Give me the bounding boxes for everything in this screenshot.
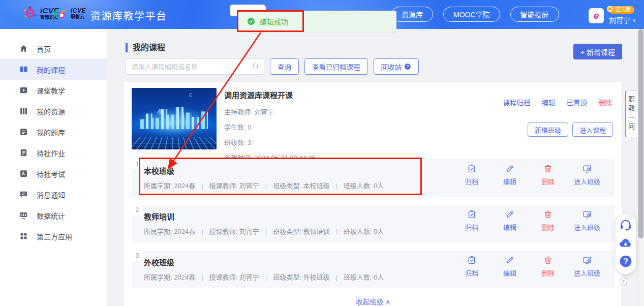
apps-icon — [19, 232, 28, 240]
sidebar-item-1[interactable]: 我的课程 — [0, 59, 107, 80]
toolbar: 查询 查看已归档课程 回收站 ? — [125, 58, 419, 75]
course-link-3[interactable]: 删除 — [598, 97, 612, 107]
class-name[interactable]: 本校班级 — [144, 165, 174, 176]
class-meta-part: 所属学期: 2024春 — [144, 228, 195, 235]
edit-action[interactable]: 编辑 — [498, 256, 522, 278]
course-search-input[interactable] — [125, 58, 264, 75]
header-nav-pill[interactable]: 智能投屏 — [510, 7, 559, 22]
course-link-0[interactable]: 课程归档 — [503, 97, 531, 107]
logo-brand-text: iCVE — [71, 8, 86, 14]
sidebar-item-label: 第三方应用 — [37, 231, 72, 241]
search-icon — [252, 63, 260, 72]
medal-icon — [606, 5, 614, 13]
class-row-2: 3外校班级所属学期: 2024春|授课教师: 刘宵宁|班级类型: 外校班级|班级… — [132, 251, 615, 288]
help-button[interactable]: ? — [619, 256, 633, 269]
exam-icon — [19, 169, 28, 178]
customer-service-button[interactable] — [619, 219, 633, 232]
course-student-count: 学生数: 0 — [224, 122, 316, 132]
sidebar-item-7[interactable]: 消息通知 — [0, 184, 107, 205]
collapse-classes-link[interactable]: 收起班级 ∧ — [124, 296, 622, 306]
class-meta-part: 班级类型: 本校班级 — [273, 182, 329, 190]
course-host-teacher: 主持教师: 刘宵宁 — [224, 107, 316, 116]
meta-separator: | — [201, 273, 203, 281]
edit-action[interactable]: 编辑 — [498, 164, 522, 186]
course-summary: 4 6 调用资源库课程开课 主持教师: 刘宵宁 学生数: 0 班级数: 3 创建… — [124, 82, 622, 159]
chevron-down-icon: ∨ — [632, 17, 636, 23]
sidebar-item-label: 我的题库 — [37, 127, 65, 137]
meta-separator: | — [265, 182, 267, 190]
delete-action[interactable]: 删除 — [536, 210, 560, 232]
add-class-button[interactable]: 新增班级 — [528, 123, 568, 137]
view-archived-button[interactable]: 查看已归档课程 — [304, 58, 368, 75]
swirl-logo-icon — [22, 6, 38, 21]
floating-action-panel: ? — [616, 214, 636, 274]
enter-class-action[interactable]: 进入班级 — [574, 256, 600, 278]
sidebar-item-3[interactable]: 我的资源 — [0, 101, 107, 121]
logo-icve-zhijiaoyun: iCVE 职教云 — [52, 5, 86, 21]
library-icon — [19, 107, 28, 115]
sidebar-item-label: 待批作业 — [37, 148, 65, 158]
add-course-button[interactable]: + 新增课程 — [573, 44, 622, 59]
row-action-label: 归档 — [465, 176, 478, 186]
user-area[interactable]: e 正式版 刘宵宁∨ — [589, 6, 636, 25]
download-button[interactable] — [619, 237, 633, 251]
close-icon[interactable]: × — [620, 278, 627, 285]
meta-separator: | — [201, 228, 203, 235]
course-buttons: 新增班级进入课程 — [528, 123, 613, 137]
course-cover-image[interactable]: 4 6 — [132, 88, 217, 149]
recycle-bin-button[interactable]: 回收站 ? — [374, 58, 419, 75]
course-link-1[interactable]: 编辑 — [542, 97, 556, 107]
meta-separator: | — [335, 228, 337, 235]
row-action-label: 编辑 — [503, 222, 516, 232]
row-actions: 归档编辑删除进入班级 — [459, 256, 600, 278]
course-title[interactable]: 调用资源库课程开课 — [224, 89, 316, 100]
logo-sub-text: 职教云 — [71, 15, 86, 19]
enter-class-action[interactable]: 进入班级 — [574, 164, 600, 186]
class-meta-part: 班级类型: 外校班级 — [273, 273, 329, 281]
query-button[interactable]: 查询 — [270, 58, 299, 75]
edit-icon — [505, 256, 514, 265]
header-nav-pill[interactable]: MOOC学院 — [443, 7, 500, 22]
meta-separator: | — [201, 182, 203, 190]
edit-action[interactable]: 编辑 — [498, 210, 522, 232]
delete-action[interactable]: 删除 — [536, 256, 560, 278]
row-action-label: 归档 — [465, 222, 478, 232]
username[interactable]: 刘宵宁∨ — [609, 15, 636, 25]
sidebar-item-5[interactable]: 待批作业 — [0, 142, 107, 163]
sidebar-item-8[interactable]: 数据统计 — [0, 205, 107, 226]
sidebar-item-4[interactable]: 我的题库 — [0, 121, 107, 142]
class-meta-part: 授课教师: 刘宵宁 — [209, 273, 259, 281]
course-link-2[interactable]: 已置顶 — [567, 97, 588, 107]
class-meta-part: 所属学期: 2024春 — [144, 182, 195, 190]
enter-class-action[interactable]: 进入班级 — [574, 210, 600, 232]
sidebar-item-0[interactable]: 首页 — [0, 38, 107, 59]
archive-action[interactable]: 归档 — [459, 256, 484, 278]
enter-class-icon — [582, 164, 592, 173]
delete-action[interactable]: 删除 — [536, 164, 560, 186]
question-bank-icon — [19, 128, 28, 136]
sidebar-item-9[interactable]: 第三方应用 — [0, 226, 107, 247]
avatar[interactable]: e — [589, 8, 604, 23]
meta-separator: | — [335, 273, 337, 281]
page-title: 我的课程 — [126, 43, 165, 52]
help-circle-icon: ? — [404, 63, 411, 70]
sidebar-menu: 首页我的课程课堂教学我的资源我的题库待批作业待批考试消息通知数据统计第三方应用 — [0, 38, 107, 247]
class-name[interactable]: 外校班级 — [144, 257, 174, 267]
zhijiao-yiwen-tab[interactable]: 职教一问 — [625, 90, 638, 137]
class-meta-part: 授课教师: 刘宵宁 — [209, 182, 259, 190]
sidebar-item-6[interactable]: 待批考试 — [0, 163, 107, 184]
class-meta-part: 班级人数: 0人 — [344, 182, 384, 190]
enter-course-button[interactable]: 进入课程 — [572, 123, 613, 137]
question-icon: ? — [619, 255, 632, 270]
course-class-count: 班级数: 3 — [224, 137, 316, 147]
archive-action[interactable]: 归档 — [459, 164, 484, 186]
row-action-label: 编辑 — [503, 268, 516, 278]
header-nav-pill[interactable]: 资源库 — [391, 7, 433, 22]
class-name[interactable]: 教师培训 — [144, 211, 174, 222]
meta-separator: | — [335, 182, 337, 190]
cloud-download-icon — [619, 236, 632, 252]
archive-action[interactable]: 归档 — [459, 210, 484, 232]
sidebar-item-2[interactable]: 课堂教学 — [0, 80, 107, 101]
scrollbar-thumb[interactable] — [638, 29, 643, 238]
meta-separator: | — [265, 228, 267, 235]
